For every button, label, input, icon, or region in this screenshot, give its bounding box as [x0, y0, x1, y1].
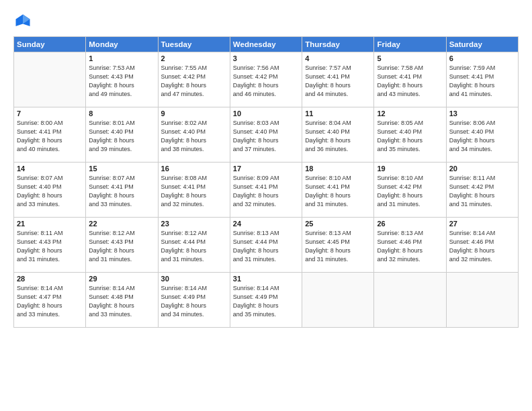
calendar-cell: 14Sunrise: 8:07 AMSunset: 4:40 PMDayligh…	[14, 163, 86, 218]
cell-info: Sunrise: 7:58 AMSunset: 4:41 PMDaylight:…	[377, 64, 443, 99]
week-row-1: 7Sunrise: 8:00 AMSunset: 4:41 PMDaylight…	[14, 107, 519, 163]
day-number: 9	[161, 109, 227, 118]
cell-info: Sunrise: 8:07 AMSunset: 4:40 PMDaylight:…	[17, 174, 83, 209]
cell-info: Sunrise: 8:02 AMSunset: 4:40 PMDaylight:…	[161, 119, 227, 154]
day-number: 6	[449, 54, 515, 62]
calendar-cell: 17Sunrise: 8:09 AMSunset: 4:41 PMDayligh…	[230, 163, 302, 218]
day-number: 19	[377, 165, 443, 173]
day-number: 17	[233, 165, 299, 173]
calendar-cell	[446, 273, 518, 328]
cell-info: Sunrise: 7:59 AMSunset: 4:41 PMDaylight:…	[449, 64, 515, 99]
calendar-cell	[302, 273, 374, 328]
cell-info: Sunrise: 7:53 AMSunset: 4:43 PMDaylight:…	[89, 64, 154, 99]
weekday-header-thursday: Thursday	[302, 37, 374, 52]
day-number: 30	[161, 275, 227, 283]
cell-info: Sunrise: 8:14 AMSunset: 4:49 PMDaylight:…	[233, 284, 299, 319]
cell-info: Sunrise: 7:56 AMSunset: 4:42 PMDaylight:…	[233, 64, 299, 99]
day-number: 16	[161, 165, 227, 173]
cell-info: Sunrise: 8:00 AMSunset: 4:41 PMDaylight:…	[17, 119, 83, 154]
day-number: 21	[17, 220, 83, 228]
day-number: 10	[233, 109, 299, 118]
weekday-header-friday: Friday	[374, 37, 446, 52]
cell-info: Sunrise: 8:14 AMSunset: 4:47 PMDaylight:…	[17, 284, 83, 319]
day-number: 23	[161, 220, 227, 228]
calendar-cell: 2Sunrise: 7:55 AMSunset: 4:42 PMDaylight…	[158, 52, 230, 107]
calendar-table: SundayMondayTuesdayWednesdayThursdayFrid…	[13, 36, 519, 328]
cell-info: Sunrise: 8:12 AMSunset: 4:44 PMDaylight:…	[161, 229, 227, 264]
day-number: 18	[305, 165, 371, 173]
day-number: 27	[449, 220, 515, 228]
cell-info: Sunrise: 7:57 AMSunset: 4:41 PMDaylight:…	[305, 64, 371, 99]
calendar-cell: 20Sunrise: 8:11 AMSunset: 4:42 PMDayligh…	[446, 163, 518, 218]
day-number: 13	[449, 109, 515, 118]
day-number: 31	[233, 275, 299, 283]
week-row-3: 21Sunrise: 8:11 AMSunset: 4:43 PMDayligh…	[14, 218, 519, 273]
calendar-cell: 26Sunrise: 8:13 AMSunset: 4:46 PMDayligh…	[374, 218, 446, 273]
logo	[13, 12, 35, 31]
cell-info: Sunrise: 8:13 AMSunset: 4:45 PMDaylight:…	[305, 229, 371, 264]
day-number: 14	[17, 165, 83, 173]
cell-info: Sunrise: 8:13 AMSunset: 4:44 PMDaylight:…	[233, 229, 299, 264]
calendar-cell: 3Sunrise: 7:56 AMSunset: 4:42 PMDaylight…	[230, 52, 302, 107]
calendar-cell: 25Sunrise: 8:13 AMSunset: 4:45 PMDayligh…	[302, 218, 374, 273]
cell-info: Sunrise: 8:08 AMSunset: 4:41 PMDaylight:…	[161, 174, 227, 209]
calendar-cell: 30Sunrise: 8:14 AMSunset: 4:49 PMDayligh…	[158, 273, 230, 328]
calendar-cell: 24Sunrise: 8:13 AMSunset: 4:44 PMDayligh…	[230, 218, 302, 273]
calendar-cell	[374, 273, 446, 328]
calendar-cell: 5Sunrise: 7:58 AMSunset: 4:41 PMDaylight…	[374, 52, 446, 107]
calendar-cell: 7Sunrise: 8:00 AMSunset: 4:41 PMDaylight…	[14, 107, 86, 163]
cell-info: Sunrise: 8:11 AMSunset: 4:43 PMDaylight:…	[17, 229, 83, 264]
cell-info: Sunrise: 8:12 AMSunset: 4:43 PMDaylight:…	[89, 229, 154, 264]
day-number: 22	[89, 220, 154, 228]
header	[13, 12, 519, 31]
cell-info: Sunrise: 8:10 AMSunset: 4:41 PMDaylight:…	[305, 174, 371, 209]
week-row-0: 1Sunrise: 7:53 AMSunset: 4:43 PMDaylight…	[14, 52, 519, 107]
calendar-cell: 31Sunrise: 8:14 AMSunset: 4:49 PMDayligh…	[230, 273, 302, 328]
cell-info: Sunrise: 8:11 AMSunset: 4:42 PMDaylight:…	[449, 174, 515, 209]
page: SundayMondayTuesdayWednesdayThursdayFrid…	[0, 0, 532, 411]
day-number: 5	[377, 54, 443, 62]
calendar-cell	[14, 52, 86, 107]
cell-info: Sunrise: 8:14 AMSunset: 4:49 PMDaylight:…	[161, 284, 227, 319]
calendar-cell: 9Sunrise: 8:02 AMSunset: 4:40 PMDaylight…	[158, 107, 230, 163]
calendar-cell: 19Sunrise: 8:10 AMSunset: 4:42 PMDayligh…	[374, 163, 446, 218]
day-number: 1	[89, 54, 154, 62]
calendar-cell: 27Sunrise: 8:14 AMSunset: 4:46 PMDayligh…	[446, 218, 518, 273]
calendar-cell: 8Sunrise: 8:01 AMSunset: 4:40 PMDaylight…	[86, 107, 158, 163]
day-number: 24	[233, 220, 299, 228]
day-number: 29	[89, 275, 154, 283]
day-number: 11	[305, 109, 371, 118]
day-number: 8	[89, 109, 154, 118]
day-number: 15	[89, 165, 154, 173]
weekday-header-sunday: Sunday	[14, 37, 86, 52]
day-number: 7	[17, 109, 83, 118]
day-number: 2	[161, 54, 227, 62]
cell-info: Sunrise: 8:03 AMSunset: 4:40 PMDaylight:…	[233, 119, 299, 154]
logo-icon	[13, 12, 32, 31]
cell-info: Sunrise: 8:05 AMSunset: 4:40 PMDaylight:…	[377, 119, 443, 154]
cell-info: Sunrise: 8:04 AMSunset: 4:40 PMDaylight:…	[305, 119, 371, 154]
weekday-header-tuesday: Tuesday	[158, 37, 230, 52]
day-number: 25	[305, 220, 371, 228]
weekday-header-wednesday: Wednesday	[230, 37, 302, 52]
calendar-cell: 15Sunrise: 8:07 AMSunset: 4:41 PMDayligh…	[86, 163, 158, 218]
day-number: 28	[17, 275, 83, 283]
calendar-cell: 22Sunrise: 8:12 AMSunset: 4:43 PMDayligh…	[86, 218, 158, 273]
calendar-cell: 16Sunrise: 8:08 AMSunset: 4:41 PMDayligh…	[158, 163, 230, 218]
cell-info: Sunrise: 8:10 AMSunset: 4:42 PMDaylight:…	[377, 174, 443, 209]
cell-info: Sunrise: 8:14 AMSunset: 4:48 PMDaylight:…	[89, 284, 154, 319]
week-row-2: 14Sunrise: 8:07 AMSunset: 4:40 PMDayligh…	[14, 163, 519, 218]
cell-info: Sunrise: 8:14 AMSunset: 4:46 PMDaylight:…	[449, 229, 515, 264]
calendar-cell: 6Sunrise: 7:59 AMSunset: 4:41 PMDaylight…	[446, 52, 518, 107]
week-row-4: 28Sunrise: 8:14 AMSunset: 4:47 PMDayligh…	[14, 273, 519, 328]
day-number: 12	[377, 109, 443, 118]
cell-info: Sunrise: 8:06 AMSunset: 4:40 PMDaylight:…	[449, 119, 515, 154]
day-number: 20	[449, 165, 515, 173]
cell-info: Sunrise: 7:55 AMSunset: 4:42 PMDaylight:…	[161, 64, 227, 99]
day-number: 4	[305, 54, 371, 62]
cell-info: Sunrise: 8:09 AMSunset: 4:41 PMDaylight:…	[233, 174, 299, 209]
calendar-cell: 28Sunrise: 8:14 AMSunset: 4:47 PMDayligh…	[14, 273, 86, 328]
calendar-cell: 18Sunrise: 8:10 AMSunset: 4:41 PMDayligh…	[302, 163, 374, 218]
calendar-cell: 29Sunrise: 8:14 AMSunset: 4:48 PMDayligh…	[86, 273, 158, 328]
cell-info: Sunrise: 8:13 AMSunset: 4:46 PMDaylight:…	[377, 229, 443, 264]
